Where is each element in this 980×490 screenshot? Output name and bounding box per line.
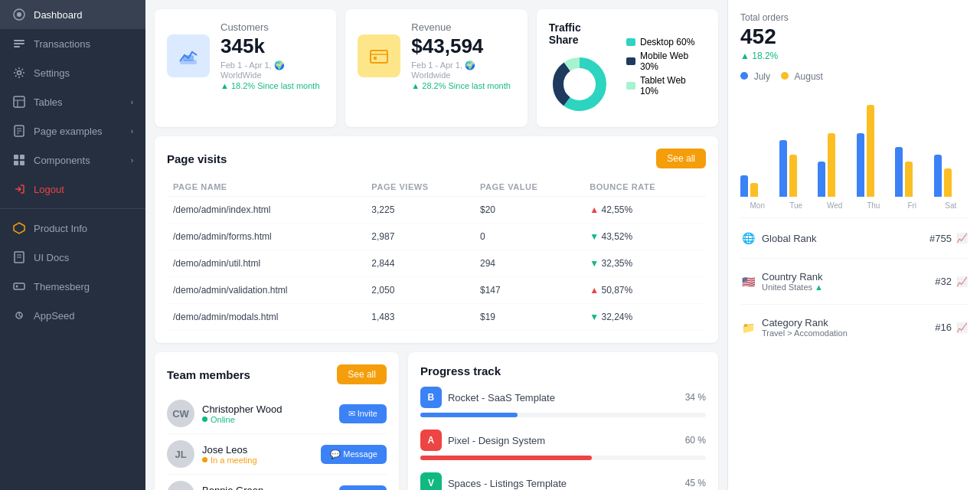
sidebar-settings-label: Settings — [34, 67, 70, 79]
svg-rect-19 — [371, 51, 387, 63]
sidebar-ui-docs-label: UI Docs — [34, 252, 69, 263]
avatar: BG — [167, 481, 194, 490]
theme-icon — [12, 279, 26, 293]
page-name: /demo/admin/index.html — [167, 197, 365, 224]
bar-group — [857, 105, 891, 197]
bar-group — [779, 140, 814, 197]
sidebar-item-page-examples[interactable]: Page examples › — [0, 116, 145, 145]
sidebar-transactions-label: Transactions — [34, 38, 90, 50]
member-action-button[interactable]: ✉ Invite — [339, 485, 387, 491]
sidebar-item-dashboard[interactable]: Dashboard — [0, 0, 145, 29]
page-visits-section: Page visits See all PAGE NAME PAGE VIEWS… — [155, 136, 718, 343]
progress-label: A Pixel - Design System — [420, 430, 545, 451]
progress-label: V Spaces - Listings Template — [420, 472, 567, 490]
page-views: 3,225 — [365, 197, 474, 224]
bottom-row: Team members See all CW Christopher Wood… — [155, 352, 718, 490]
sidebar-item-components[interactable]: Components › — [0, 145, 145, 175]
bar-july — [934, 155, 942, 197]
legend-tablet: Tablet Web 10% — [626, 75, 706, 96]
svg-rect-14 — [14, 283, 24, 289]
member-action-button[interactable]: ✉ Invite — [339, 404, 387, 423]
bar-august — [905, 162, 913, 197]
revenue-card: Revenue $43,594 Feb 1 - Apr 1, 🌍 Worldwi… — [345, 9, 527, 127]
col-page-value: PAGE VALUE — [474, 178, 583, 197]
bar-day-label: Wed — [818, 201, 852, 210]
member-name: Christopher Wood — [202, 403, 332, 415]
customers-title: Customers — [220, 21, 324, 33]
bar-day-label: Sat — [934, 201, 969, 210]
sidebar-item-ui-docs[interactable]: UI Docs — [0, 243, 145, 272]
table-row: /demo/admin/validation.html 2,050 $147 ▲… — [167, 277, 706, 304]
member-row: BG Bonnie Green Online ✉ Invite — [167, 475, 387, 490]
sidebar-item-themesberg[interactable]: Themesberg — [0, 272, 145, 301]
sidebar-page-examples-label: Page examples — [34, 126, 103, 137]
avatar: CW — [167, 400, 194, 427]
status-dot — [202, 457, 207, 462]
revenue-trend: ▲ 28.2% Since last month — [411, 81, 514, 90]
docs-icon — [12, 250, 26, 264]
page-views: 1,483 — [365, 304, 474, 331]
dashboard-icon — [12, 8, 26, 21]
bar-august — [750, 183, 758, 197]
sidebar: Dashboard Transactions Settings Tables ›… — [0, 0, 145, 490]
sidebar-item-appseed[interactable]: AppSeed — [0, 301, 145, 330]
status-dot — [202, 416, 207, 422]
transactions-icon — [12, 37, 26, 51]
desktop-dot — [626, 38, 635, 46]
left-panel: Customers 345k Feb 1 - Apr 1, 🌍 WorldWid… — [145, 0, 727, 490]
page-views: 2,050 — [365, 277, 474, 304]
progress-name: Pixel - Design System — [448, 435, 545, 446]
svg-rect-10 — [14, 161, 18, 165]
main-content: Customers 345k Feb 1 - Apr 1, 🌍 WorldWid… — [145, 0, 980, 490]
avatar: JL — [167, 440, 194, 468]
svg-rect-8 — [14, 155, 18, 159]
tablet-dot — [626, 82, 635, 90]
revenue-card-icon — [358, 34, 400, 77]
col-bounce-rate: BOUNCE RATE — [583, 178, 706, 197]
sidebar-item-tables[interactable]: Tables › — [0, 87, 145, 116]
components-arrow: › — [131, 156, 133, 165]
sidebar-item-logout[interactable]: Logout — [0, 175, 145, 204]
progress-bar-bg — [420, 413, 706, 417]
bounce-rate: ▲ 50,87% — [583, 277, 706, 304]
total-orders-trend: ▲ 18.2% — [740, 51, 968, 61]
svg-rect-9 — [20, 155, 24, 159]
table-row: /demo/admin/index.html 3,225 $20 ▲ 42,55… — [167, 197, 706, 224]
team-members-card: Team members See all CW Christopher Wood… — [155, 352, 399, 490]
sidebar-item-product-info[interactable]: Product Info — [0, 214, 145, 243]
sidebar-item-settings[interactable]: Settings — [0, 58, 145, 87]
member-info: Christopher Wood Online — [202, 403, 332, 424]
bounce-rate: ▼ 32,35% — [583, 250, 706, 277]
member-row: JL Jose Leos In a meeting 💬 Message — [167, 434, 387, 475]
tables-arrow: › — [131, 98, 133, 106]
page-name: /demo/admin/validation.html — [167, 277, 365, 304]
progress-track-card: Progress track B Rocket - SaaS Template … — [408, 352, 718, 490]
page-name: /demo/admin/util.html — [167, 250, 365, 277]
team-members-title: Team members — [167, 368, 250, 381]
mobile-label: Mobile Web 30% — [640, 51, 706, 72]
progress-icon: V — [420, 472, 442, 490]
page-value: $19 — [474, 304, 583, 331]
customers-date: Feb 1 - Apr 1, 🌍 WorldWide — [220, 60, 324, 80]
svg-point-5 — [18, 71, 21, 75]
bar-day-label: Tue — [779, 201, 814, 210]
sidebar-item-transactions[interactable]: Transactions — [0, 29, 145, 58]
member-action-button[interactable]: 💬 Message — [321, 445, 387, 464]
page-value: 0 — [474, 224, 583, 250]
legend-desktop: Desktop 60% — [626, 37, 706, 47]
page-views: 2,844 — [365, 250, 474, 277]
bounce-rate: ▲ 42,55% — [583, 197, 706, 224]
bar-july — [818, 162, 825, 197]
sidebar-appseed-label: AppSeed — [34, 310, 75, 322]
bounce-rate: ▼ 43,52% — [583, 224, 706, 250]
orders-bar-chart — [740, 90, 968, 197]
tablet-label: Tablet Web 10% — [640, 75, 706, 96]
legend-august: August — [781, 70, 823, 82]
tables-icon — [12, 95, 26, 109]
team-see-all[interactable]: See all — [337, 364, 387, 384]
svg-marker-12 — [14, 223, 24, 234]
customers-value: 345k — [220, 34, 324, 58]
page-visits-see-all[interactable]: See all — [656, 149, 706, 168]
progress-label: B Rocket - SaaS Template — [420, 387, 555, 408]
progress-pct: 45 % — [685, 478, 706, 488]
